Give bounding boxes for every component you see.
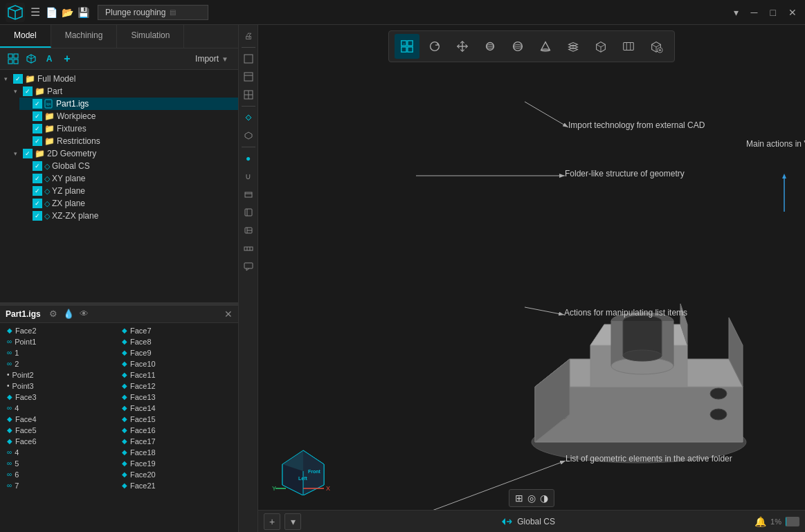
import-button[interactable]: Import ▼	[191, 53, 233, 65]
checkbox-zxplane[interactable]: ✓	[33, 199, 42, 208]
save-icon[interactable]: 💾	[78, 7, 89, 18]
close-button[interactable]: ✕	[786, 6, 799, 19]
geo-item-face8[interactable]: ◆ Face8	[119, 337, 234, 347]
toolbar-btn-rotate[interactable]	[422, 34, 447, 59]
geo-item-2[interactable]: ∞ 2	[4, 359, 119, 369]
toolbar-btn-cone[interactable]	[533, 34, 558, 59]
side-btn-2[interactable]	[240, 68, 257, 85]
side-btn-book1[interactable]	[240, 204, 257, 221]
menu-icon[interactable]: ☰	[30, 6, 40, 19]
geo-item-point2[interactable]: • Point2	[4, 370, 119, 380]
geo-item-face15[interactable]: ◆ Face15	[119, 414, 234, 424]
geo-item-face16[interactable]: ◆ Face16	[119, 425, 234, 435]
geo-item-face2[interactable]: ◆ Face2	[4, 326, 119, 336]
geo-item-face11[interactable]: ◆ Face11	[119, 370, 234, 380]
checkbox-2dgeometry[interactable]: ✓	[23, 149, 33, 158]
geo-item-face18[interactable]: ◆ Face18	[119, 448, 234, 457]
side-btn-transform2[interactable]	[240, 127, 257, 144]
geo-item-face4[interactable]: ◆ Face4	[4, 414, 119, 424]
tab-model[interactable]: Model	[0, 25, 51, 48]
geo-item-face14[interactable]: ◆ Face14	[119, 403, 234, 413]
checkbox-xzzxplane[interactable]: ✓	[33, 211, 42, 221]
checkbox-fixtures[interactable]: ✓	[33, 124, 42, 134]
dropdown-button[interactable]: ▾	[284, 513, 301, 530]
geo-list[interactable]: ◆ Face2 ∞ Point1 ∞ 1 ∞ 2	[0, 323, 238, 533]
tree-item-fixtures[interactable]: ✓ 📁 Fixtures	[19, 122, 238, 135]
geo-item-face7[interactable]: ◆ Face7	[119, 326, 234, 336]
tree-item-zxplane[interactable]: ✓ ◇ ZX plane	[19, 197, 238, 210]
toolbar-btn-layers[interactable]	[561, 34, 586, 59]
geo-item-6[interactable]: ∞ 6	[4, 470, 119, 479]
geo-item-face21[interactable]: ◆ Face21	[119, 481, 234, 490]
open-file-icon[interactable]: 📂	[62, 7, 73, 18]
tree-container[interactable]: ▾ ✓ 📁 Full Model ▾ ✓ 📁 Part ✓ igs	[0, 70, 238, 302]
geo-item-face6[interactable]: ◆ Face6	[4, 437, 119, 446]
checkbox-workpiece[interactable]: ✓	[33, 111, 42, 121]
viewport-btn-3[interactable]: ◑	[540, 493, 548, 504]
tree-item-workpiece[interactable]: ✓ 📁 Workpiece	[19, 110, 238, 122]
geo-item-face12[interactable]: ◆ Face12	[119, 381, 234, 391]
close-panel-button[interactable]: ✕	[224, 309, 233, 320]
add-icon[interactable]: +	[60, 51, 75, 66]
side-btn-comment[interactable]	[240, 258, 257, 275]
droplet-icon[interactable]: 💧	[63, 309, 74, 319]
checkbox-restrictions[interactable]: ✓	[33, 136, 42, 146]
new-file-icon[interactable]: 📄	[46, 7, 57, 18]
toolbar-btn-cs[interactable]: +	[395, 34, 419, 59]
toolbar-btn-orbit[interactable]	[478, 34, 503, 59]
geo-item-5[interactable]: ∞ 5	[4, 459, 119, 468]
document-title[interactable]: Plunge roughing ▤	[98, 5, 208, 20]
grid-icon[interactable]	[6, 51, 21, 66]
toolbar-btn-addview[interactable]	[644, 34, 669, 59]
geo-item-face13[interactable]: ◆ Face13	[119, 392, 234, 402]
geo-item-link4b[interactable]: ∞ 4	[4, 448, 119, 457]
geo-item-face3[interactable]: ◆ Face3	[4, 392, 119, 402]
viewport[interactable]: +	[258, 25, 805, 532]
checkbox-yzplane[interactable]: ✓	[33, 186, 42, 196]
settings-icon[interactable]: ⚙	[49, 309, 57, 319]
viewport-btn-2[interactable]: ◎	[527, 493, 536, 504]
bell-icon[interactable]: 🔔	[754, 516, 766, 527]
geo-item-face20[interactable]: ◆ Face20	[119, 470, 234, 479]
add-button[interactable]: +	[264, 513, 280, 530]
tree-item-2dgeometry[interactable]: ▾ ✓ 📁 2D Geometry	[10, 147, 238, 160]
geo-item-face19[interactable]: ◆ Face19	[119, 459, 234, 468]
geo-item-point1[interactable]: ∞ Point1	[4, 337, 119, 347]
side-btn-curve[interactable]: ∪	[240, 168, 257, 185]
checkbox-part1igs[interactable]: ✓	[33, 99, 42, 109]
geo-item-face5[interactable]: ◆ Face5	[4, 425, 119, 435]
cube-icon[interactable]	[24, 51, 39, 66]
tab-machining[interactable]: Machining	[51, 25, 118, 48]
geo-item-1[interactable]: ∞ 1	[4, 348, 119, 358]
tree-item-part[interactable]: ▾ ✓ 📁 Part	[10, 85, 238, 98]
checkbox-fullmodel[interactable]: ✓	[13, 74, 23, 84]
side-btn-frame[interactable]	[240, 186, 257, 203]
eye-icon[interactable]: 👁	[80, 309, 89, 319]
geo-item-face17[interactable]: ◆ Face17	[119, 437, 234, 446]
checkbox-xyplane[interactable]: ✓	[33, 174, 42, 183]
tree-item-xzzxplane[interactable]: ✓ ◇ XZ-ZX plane	[19, 210, 238, 222]
tree-item-yzplane[interactable]: ✓ ◇ YZ plane	[19, 185, 238, 197]
side-btn-book2[interactable]	[240, 222, 257, 239]
tree-item-xyplane[interactable]: ✓ ◇ XY plane	[19, 172, 238, 185]
print-icon[interactable]: 🖨	[240, 28, 257, 44]
viewport-btn-1[interactable]: ⊞	[515, 493, 523, 504]
side-btn-transform[interactable]	[240, 109, 257, 126]
maximize-button[interactable]: □	[768, 6, 779, 19]
side-btn-active[interactable]: ●	[240, 150, 257, 167]
geo-item-link4[interactable]: ∞ 4	[4, 403, 119, 413]
tree-item-part1igs[interactable]: ✓ igs Part1.igs	[19, 98, 238, 110]
checkbox-part[interactable]: ✓	[23, 86, 33, 96]
tab-simulation[interactable]: Simulation	[117, 25, 184, 48]
side-btn-1[interactable]	[240, 51, 257, 67]
nav-cube[interactable]: Left Front X Y	[272, 433, 334, 497]
tree-item-restrictions[interactable]: ✓ 📁 Restrictions	[19, 135, 238, 147]
toolbar-btn-move[interactable]	[450, 34, 475, 59]
geo-item-face9[interactable]: ◆ Face9	[119, 348, 234, 358]
side-btn-3[interactable]	[240, 86, 257, 103]
geo-item-point3[interactable]: • Point3	[4, 381, 119, 391]
toolbar-btn-map[interactable]	[616, 34, 641, 59]
tree-item-globalcs[interactable]: ✓ ◇ Global CS	[19, 160, 238, 172]
tree-item-fullmodel[interactable]: ▾ ✓ 📁 Full Model	[0, 73, 238, 85]
minimize-button[interactable]: ─	[748, 6, 761, 19]
